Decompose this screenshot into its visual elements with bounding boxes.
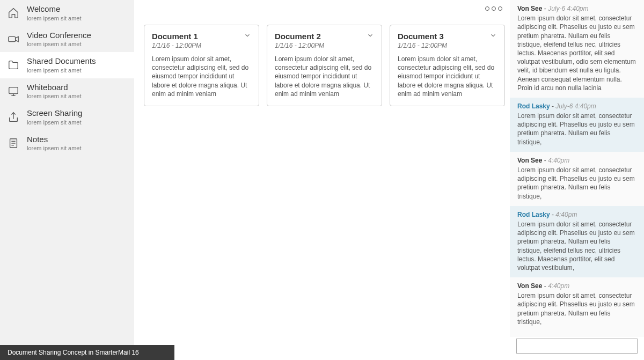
feed-message: Von See - July-6 4:40pm Lorem ipsum dolo…: [510, 0, 644, 98]
document-date: 1/1/16 - 12:00PM: [275, 42, 324, 49]
document-body: Lorem ipsum dolor sit amet, consectetur …: [275, 55, 374, 98]
monitor-icon: [8, 85, 19, 97]
sidebar-item-whiteboard[interactable]: Whiteboard lorem ipsem sit amet: [0, 78, 134, 105]
sidebar-item-sub: lorem ipsem sit amet: [27, 15, 81, 21]
sidebar-item-sub: lorem ipsem sit amet: [27, 93, 81, 99]
document-title: Document 2: [275, 32, 324, 41]
sidebar-item-welcome[interactable]: Welcome lorem ipsem sit amet: [0, 0, 134, 26]
feed-timestamp: July-6 4:40pm: [555, 102, 596, 110]
sidebar-item-sub: lorem ipsem sit amet: [27, 67, 96, 74]
feed-message: Rod Lasky - 4:40pm Lorem ipsum dolor sit…: [510, 206, 644, 277]
feed-author: Von See: [517, 282, 542, 290]
sidebar-item-sub: lorem ipsem sit amet: [27, 119, 82, 126]
sidebar-item-video-conference[interactable]: Video Conference lorem ipsem sit amet: [0, 26, 134, 53]
caption-bar: Document Sharing Concept in SmarterMail …: [0, 345, 174, 360]
feed-body: Lorem ipsum dolor sit amet, consectetur …: [517, 291, 636, 326]
document-body: Lorem ipsum dolor sit amet, consectetur …: [152, 55, 251, 98]
reply-input[interactable]: [516, 339, 638, 354]
sidebar-item-sub: lorem ipsem sit amet: [27, 145, 81, 151]
document-cards: Document 1 1/1/16 - 12:00PM Lorem ipsum …: [144, 25, 505, 106]
document-date: 1/1/16 - 12:00PM: [398, 42, 447, 49]
feed-author: Rod Lasky: [517, 102, 550, 110]
share-icon: [8, 112, 19, 123]
document-card[interactable]: Document 3 1/1/16 - 12:00PM Lorem ipsum …: [390, 25, 505, 106]
feed-body: Lorem ipsum dolor sit amet, consectetur …: [517, 166, 636, 201]
document-title: Document 3: [398, 32, 447, 41]
feed-body: Lorem ipsum dolor sit amet, consectetur …: [517, 112, 636, 146]
feed-author: Von See: [517, 5, 542, 12]
pagination-dots[interactable]: [485, 6, 502, 11]
home-icon: [8, 7, 19, 19]
sidebar-item-label: Shared Documents: [27, 57, 96, 66]
document-body: Lorem ipsum dolor sit amet, consectetur …: [398, 55, 497, 98]
feed-message: Von See - 4:40pm Lorem ipsum dolor sit a…: [510, 277, 644, 332]
dot-icon[interactable]: [498, 6, 502, 11]
sidebar-item-label: Welcome: [27, 5, 81, 14]
dot-icon[interactable]: [492, 6, 496, 11]
chevron-down-icon[interactable]: [244, 32, 251, 41]
svg-rect-0: [9, 36, 16, 41]
document-date: 1/1/16 - 12:00PM: [152, 42, 201, 49]
sidebar-item-notes[interactable]: Notes lorem ipsem sit amet: [0, 130, 134, 157]
sidebar-item-screen-sharing[interactable]: Screen Sharing lorem ipsem sit amet: [0, 104, 134, 130]
message-feed: Von See - July-6 4:40pm Lorem ipsum dolo…: [510, 0, 644, 337]
feed-timestamp: July-6 4:40pm: [548, 5, 588, 12]
document-card[interactable]: Document 1 1/1/16 - 12:00PM Lorem ipsum …: [144, 25, 259, 106]
feed-timestamp: 4:40pm: [555, 211, 577, 218]
sidebar-item-label: Notes: [27, 135, 81, 144]
document-title: Document 1: [152, 32, 201, 41]
sidebar: Welcome lorem ipsem sit amet Video Confe…: [0, 0, 134, 360]
feed-message: Rod Lasky - July-6 4:40pm Lorem ipsum do…: [510, 98, 644, 152]
sidebar-item-shared-documents[interactable]: Shared Documents lorem ipsem sit amet: [0, 52, 134, 78]
folder-icon: [8, 59, 19, 71]
document-card[interactable]: Document 2 1/1/16 - 12:00PM Lorem ipsum …: [267, 25, 382, 106]
feed-message: Von See - 4:40pm Lorem ipsum dolor sit a…: [510, 152, 644, 206]
chevron-down-icon[interactable]: [367, 32, 374, 41]
camera-icon: [8, 33, 19, 45]
notes-icon: [8, 137, 19, 149]
feed-author: Rod Lasky: [517, 211, 550, 218]
svg-rect-1: [9, 87, 18, 94]
sidebar-item-sub: lorem ipsem sit amet: [27, 41, 91, 47]
feed-body: Lorem ipsum dolor sit amet, consectetur …: [517, 220, 636, 272]
sidebar-item-label: Screen Sharing: [27, 109, 82, 118]
chevron-down-icon[interactable]: [489, 32, 497, 41]
main-content: Document 1 1/1/16 - 12:00PM Lorem ipsum …: [134, 0, 510, 360]
sidebar-item-label: Whiteboard: [27, 83, 81, 92]
feed-timestamp: 4:40pm: [548, 282, 569, 290]
feed-body: Lorem ipsum dolor sit amet, consectetur …: [517, 14, 636, 92]
sidebar-item-label: Video Conference: [27, 31, 91, 40]
dot-icon[interactable]: [485, 6, 489, 11]
feed-timestamp: 4:40pm: [548, 157, 569, 164]
feed-author: Von See: [517, 157, 542, 164]
